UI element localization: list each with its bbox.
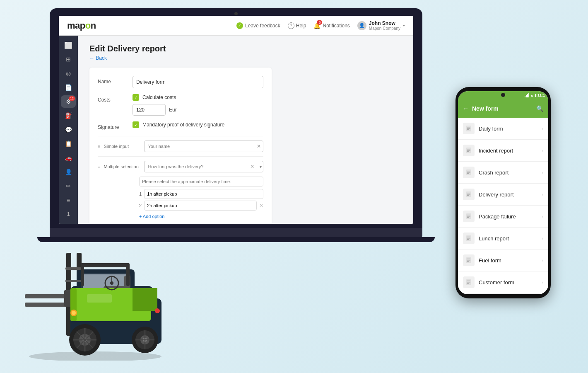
phone-item-title: Incident report [479, 148, 537, 154]
user-info[interactable]: 👤 John Snow Mapon Company ▾ [357, 20, 405, 31]
field-type-label-2: Multiple selection [104, 164, 141, 169]
laptop-camera [234, 12, 238, 15]
phone-time: 11:1 [537, 93, 545, 97]
svg-rect-3 [467, 129, 469, 130]
svg-rect-10 [467, 172, 470, 173]
phone-item-content: Delivery report [479, 191, 537, 198]
phone-list-item[interactable]: Daily form › [458, 118, 548, 140]
sidebar-item-reports[interactable]: 📄 [61, 81, 76, 94]
phone-list-item[interactable]: Package failure › [458, 206, 548, 228]
sidebar-item-routes[interactable]: ◎ [61, 67, 76, 80]
phone-list-item[interactable]: Customer form › [458, 271, 548, 293]
help-button[interactable]: ? Help [288, 22, 306, 29]
feedback-icon: ✓ [236, 22, 243, 29]
leave-feedback-button[interactable]: ✓ Leave feedback [236, 22, 280, 29]
form-row-name: Name [98, 76, 263, 88]
logo: mapon [67, 20, 96, 31]
notifications-button[interactable]: 🔔 6 Notifications [313, 22, 349, 29]
phone-list-item[interactable]: Fuel form › [458, 249, 548, 271]
phone-list-item[interactable]: Delivery report › [458, 184, 548, 206]
phone-back-button[interactable]: ← [463, 105, 469, 112]
svg-rect-14 [467, 194, 470, 195]
phone-list-item[interactable]: Daily form 4 Fields › [458, 293, 548, 294]
sidebar-item-edit[interactable]: ✏ [61, 180, 76, 192]
sidebar-item-messages[interactable]: 💬 [61, 124, 76, 136]
phone-item-title: Lunch report [479, 235, 537, 242]
chevron-right-icon: › [542, 126, 543, 131]
signature-checkbox[interactable]: ✓ [133, 121, 139, 128]
back-label: ← Back [89, 55, 107, 61]
divider [98, 136, 263, 136]
field-input-wrap: ✕ [144, 140, 263, 152]
forklift [12, 203, 186, 361]
cost-row: Eur [133, 104, 263, 116]
dropdown-arrow-icon[interactable]: ▾ [260, 165, 262, 169]
svg-rect-11 [467, 173, 469, 174]
phone-body: ▲ ▮ 11:1 ← New form 🔍 [455, 87, 551, 298]
battery-icon: ▮ [535, 93, 537, 97]
svg-rect-30 [467, 282, 470, 283]
phone-status-icons: ▲ ▮ 11:1 [525, 93, 545, 97]
sidebar: ⬜ ⊞ ◎ 📄 ⚙ 12 ⛽ 💬 📋 🚗 👤 ✏ ≡ 1 [59, 36, 78, 224]
option-row-1: 1 [139, 189, 263, 199]
phone-item-title: Package failure [479, 213, 537, 220]
svg-rect-18 [467, 216, 470, 217]
calculate-costs-label: Calculate costs [142, 94, 176, 100]
phone-list-item[interactable]: Incident report › [458, 140, 548, 162]
svg-rect-6 [467, 150, 470, 151]
sidebar-item-users[interactable]: 👤 [61, 166, 76, 178]
phone-list: Daily form › Incident report › [458, 118, 548, 294]
svg-rect-15 [467, 195, 469, 196]
forklift-shadow [29, 351, 161, 361]
phone-item-content: Package failure [479, 213, 537, 220]
phone-item-content: Customer form [479, 279, 537, 286]
mast-crossbar-2 [65, 280, 81, 282]
phone-item-icon [463, 276, 475, 288]
forklift-svg [12, 203, 186, 361]
svg-rect-26 [467, 260, 470, 261]
cost-input[interactable] [133, 104, 166, 116]
help-icon: ? [288, 22, 294, 29]
option-placeholder-input[interactable] [139, 177, 263, 186]
phone-item-content: Fuel form [479, 257, 537, 264]
field-input-multiple-1[interactable] [144, 161, 263, 172]
back-link[interactable]: ← Back [89, 55, 402, 61]
name-input[interactable] [133, 76, 263, 88]
phone-camera [501, 93, 505, 97]
sidebar-item-tasks[interactable]: 📋 [61, 138, 76, 150]
field-input-simple[interactable] [144, 140, 263, 152]
option-input-1[interactable] [144, 189, 263, 199]
laptop-bezel: mapon ✓ Leave feedback ? Help 🔔 6 Notifi… [50, 8, 422, 228]
costs-label: Costs [98, 94, 127, 103]
signature-checkbox-row: ✓ Mandatory proof of delivery signature [133, 121, 224, 128]
field-input-wrap-2: ✕ ▾ [144, 161, 263, 172]
phone-item-title: Fuel form [479, 257, 537, 264]
sidebar-item-settings[interactable]: ⚙ 12 [61, 95, 76, 108]
signal-bar-1 [525, 96, 525, 97]
calculate-costs-checkbox[interactable]: ✓ [133, 94, 139, 101]
logo-text: mapon [67, 20, 96, 31]
sidebar-item-dashboard[interactable]: ⊞ [61, 53, 76, 65]
sidebar-item-fuel[interactable]: ⛽ [61, 109, 76, 122]
sidebar-item-map[interactable]: ⬜ [61, 39, 76, 51]
phone-item-content: Crash report [479, 170, 537, 176]
signal-bar-4 [528, 93, 529, 97]
signature-checkbox-label: Mandatory proof of delivery signature [142, 122, 224, 128]
sidebar-item-vehicles[interactable]: 🚗 [61, 152, 76, 164]
phone-item-icon [463, 167, 475, 178]
field-close-icon-2[interactable]: ✕ [250, 164, 254, 170]
drag-handle-icon-2[interactable]: ≡ [98, 164, 100, 169]
phone-search-button[interactable]: 🔍 [536, 105, 543, 112]
logo-badge [87, 294, 112, 303]
form-row-signature: Signature ✓ Mandatory proof of delivery … [98, 121, 263, 130]
field-close-icon[interactable]: ✕ [257, 143, 261, 149]
phone: ▲ ▮ 11:1 ← New form 🔍 [455, 87, 551, 298]
drag-handle-icon[interactable]: ≡ [98, 144, 100, 149]
option-close-icon[interactable]: ✕ [259, 203, 263, 208]
svg-rect-13 [467, 193, 470, 194]
phone-list-item[interactable]: Crash report › [458, 162, 548, 184]
svg-rect-2 [467, 128, 470, 129]
guard-top [81, 263, 130, 267]
phone-list-item[interactable]: Lunch report › [458, 228, 548, 249]
front-light-inner [72, 311, 76, 315]
